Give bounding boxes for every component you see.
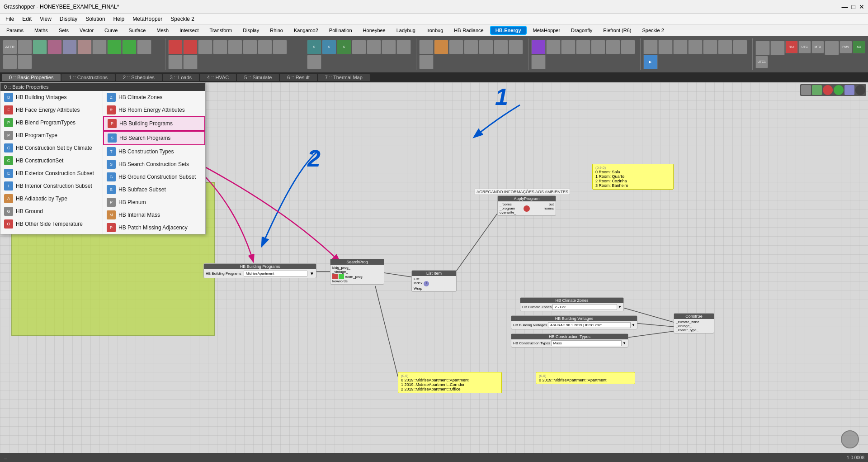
toolbar-btn-56[interactable] xyxy=(770,41,785,55)
dropdown-item-construction-set-climate[interactable]: C HB Construction Set by Climate xyxy=(0,142,103,154)
toolbar-btn-attr[interactable]: ATTR xyxy=(3,40,17,54)
tab-elefront[interactable]: Elefront (R6) xyxy=(599,27,636,34)
toolbar-btn-40[interactable] xyxy=(546,40,561,54)
toolbar-btn-36[interactable] xyxy=(494,40,508,54)
toolbar-btn-3[interactable] xyxy=(33,40,47,54)
dropdown-item-subface[interactable]: S HB Subface Subset xyxy=(103,183,205,196)
dropdown-item-adiabatic[interactable]: A HB Adiabatic by Type xyxy=(0,192,103,205)
toolbar-btn-2[interactable] xyxy=(18,40,32,54)
dropdown-item-constructionset[interactable]: C HB ConstructionSet xyxy=(0,154,103,167)
menu-display[interactable]: Display xyxy=(56,15,81,23)
toolbar-btn-27[interactable] xyxy=(367,40,381,54)
maximize-button[interactable]: □ xyxy=(852,3,855,10)
toolbar-btn-33[interactable] xyxy=(449,40,463,54)
toolbar-btn-46[interactable] xyxy=(531,55,546,69)
strip-tab-basic[interactable]: 0 :: Basic Properties xyxy=(2,74,61,81)
view-btn-5[interactable] xyxy=(844,85,854,95)
toolbar-btn-15[interactable] xyxy=(198,40,212,54)
navigator-circle[interactable] xyxy=(841,430,859,448)
dropdown-item-room-energy[interactable]: R HB Room Energy Attributes xyxy=(103,104,205,116)
toolbar-btn-44[interactable] xyxy=(606,40,620,54)
view-btn-1[interactable] xyxy=(801,85,811,95)
toolbar-btn-18[interactable] xyxy=(243,40,257,54)
toolbar-btn-16[interactable] xyxy=(213,40,227,54)
menu-solution[interactable]: Solution xyxy=(82,15,108,23)
dropdown-item-search-construction-sets[interactable]: S HB Search Construction Sets xyxy=(103,158,205,171)
dropdown-item-face-energy[interactable]: F HB Face Energy Attributes xyxy=(0,104,103,116)
toolbar-btn-49[interactable] xyxy=(673,40,688,54)
building-programs-wide-node[interactable]: HB Building Programs HB Building Program… xyxy=(203,263,316,278)
toolbar-btn-53[interactable] xyxy=(733,40,747,54)
menu-speckle2[interactable]: Speckle 2 xyxy=(167,15,198,23)
toolbar-btn-62[interactable]: AD xyxy=(853,41,865,53)
dropdown-item-construction-types[interactable]: T HB Construction Types xyxy=(103,145,205,158)
dropdown-item-interior-construction[interactable]: I HB Interior Construction Subset xyxy=(0,180,103,192)
dropdown-item-building-programs[interactable]: P HB Building Programs xyxy=(103,116,205,131)
toolbar-btn-25[interactable]: S xyxy=(337,40,351,54)
tab-curve[interactable]: Curve xyxy=(100,27,122,34)
strip-tab-simulate[interactable]: 5 :: Simulate xyxy=(237,74,279,81)
dropdown-item-patch-missing[interactable]: P HB Patch Missing Adjacency xyxy=(103,221,205,234)
tab-rhino[interactable]: Rhino xyxy=(265,27,288,34)
constrset-node[interactable]: ConstrSe _climate_zone _vintage_ _constr… xyxy=(674,313,714,333)
tab-kangaroo2[interactable]: Kangaroo2 xyxy=(289,27,323,34)
tab-display[interactable]: Display xyxy=(238,27,264,34)
close-button[interactable]: ✕ xyxy=(859,3,864,10)
toolbar-btn-32[interactable] xyxy=(434,40,448,54)
tab-mesh[interactable]: Mesh xyxy=(152,27,173,34)
tab-surface[interactable]: Surface xyxy=(124,27,150,34)
dropdown-item-plenum[interactable]: P HB Plenum xyxy=(103,196,205,209)
strip-tab-constructions[interactable]: 1 :: Constructions xyxy=(61,74,115,81)
toolbar-btn-52[interactable] xyxy=(718,40,732,54)
tab-hb-radiance[interactable]: HB-Radiance xyxy=(449,27,488,34)
toolbar-btn-55[interactable] xyxy=(755,41,770,55)
toolbar-btn-38[interactable] xyxy=(419,55,434,69)
minimize-button[interactable]: — xyxy=(842,3,848,10)
toolbar-btn-54[interactable]: ▶ xyxy=(643,55,658,69)
toolbar-btn-57[interactable]: RUI xyxy=(785,41,798,53)
toolbar-btn-4[interactable] xyxy=(47,40,62,54)
tab-transform[interactable]: Transform xyxy=(205,27,236,34)
toolbar-btn-13[interactable] xyxy=(168,40,183,54)
tab-dragonfly[interactable]: Dragonfly xyxy=(566,27,597,34)
dropdown-item-climate-zones[interactable]: Z HB Climate Zones xyxy=(103,91,205,104)
dropdown-item-program-type[interactable]: P HB ProgramType xyxy=(0,129,103,142)
hb-building-vintages-node[interactable]: HB Building Vintages HB Building Vintage… xyxy=(511,315,637,329)
strip-tab-thermal[interactable]: 7 :: Thermal Map xyxy=(318,74,370,81)
search-prog-node[interactable]: SearchProg bldg_prog_ _vintage_ room_pro… xyxy=(330,259,384,285)
strip-tab-schedules[interactable]: 2 :: Schedules xyxy=(116,74,162,81)
toolbar-btn-34[interactable] xyxy=(464,40,478,54)
tab-ironbug[interactable]: Ironbug xyxy=(422,27,448,34)
dropdown-item-ground-construction[interactable]: G HB Ground Construction Subset xyxy=(103,171,205,183)
tab-hb-energy[interactable]: HB-Energy xyxy=(490,26,527,35)
strip-tab-hvac[interactable]: 4 :: HVAC xyxy=(200,74,236,81)
toolbar-btn-26[interactable] xyxy=(352,40,366,54)
toolbar-btn-51[interactable] xyxy=(703,40,717,54)
toolbar-btn-12[interactable] xyxy=(18,55,32,69)
toolbar-btn-28[interactable] xyxy=(382,40,396,54)
toolbar-btn-24[interactable]: S xyxy=(322,40,336,54)
toolbar-btn-60[interactable] xyxy=(825,41,839,55)
toolbar-btn-31[interactable] xyxy=(419,40,434,54)
toolbar-btn-5[interactable] xyxy=(62,40,77,54)
dropdown-item-ground[interactable]: G HB Ground xyxy=(0,205,103,218)
toolbar-btn-19[interactable] xyxy=(258,40,272,54)
toolbar-btn-43[interactable] xyxy=(591,40,605,54)
dropdown-item-blend-program[interactable]: P HB Blend ProgramTypes xyxy=(0,116,103,129)
tab-vector[interactable]: Vector xyxy=(75,27,98,34)
toolbar-btn-17[interactable] xyxy=(228,40,242,54)
strip-tab-result[interactable]: 6 :: Result xyxy=(280,74,317,81)
toolbar-btn-63[interactable]: UTC1 xyxy=(755,56,768,68)
tab-params[interactable]: Params xyxy=(2,27,28,34)
tab-sets[interactable]: Sets xyxy=(54,27,73,34)
menu-edit[interactable]: Edit xyxy=(19,15,35,23)
view-btn-6[interactable] xyxy=(855,85,865,95)
toolbar-btn-58[interactable]: UTC xyxy=(798,41,811,53)
toolbar-btn-20[interactable] xyxy=(273,40,287,54)
toolbar-btn-11[interactable] xyxy=(3,55,17,69)
tab-speckle2[interactable]: Speckle 2 xyxy=(638,27,669,34)
toolbar-btn-39[interactable] xyxy=(531,40,546,54)
toolbar-btn-23[interactable]: S xyxy=(307,40,321,54)
tab-honeybee[interactable]: Honeybee xyxy=(359,27,390,34)
toolbar-btn-6[interactable] xyxy=(77,40,92,54)
